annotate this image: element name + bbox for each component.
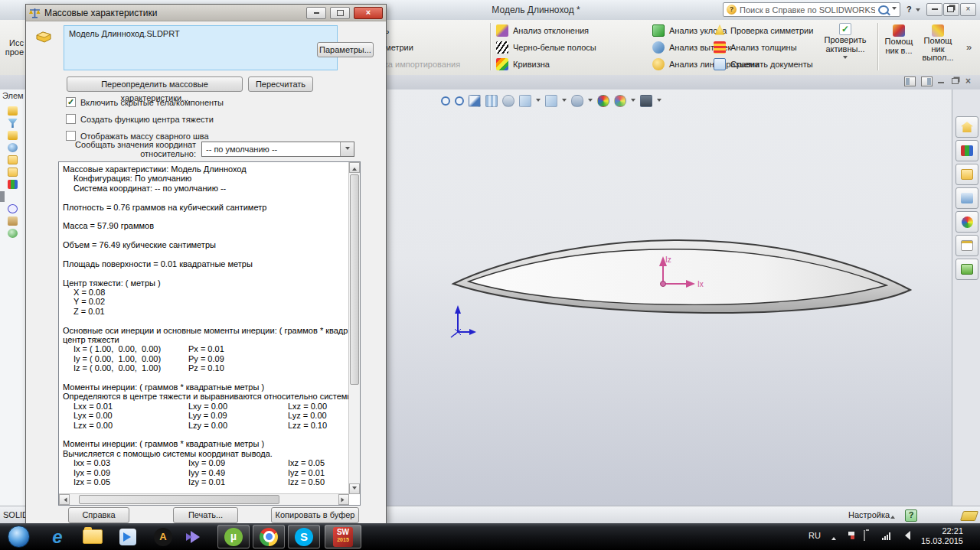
checkbox-include-hidden[interactable]: ✓ [66, 97, 76, 107]
magnify-wand-icon[interactable] [469, 95, 481, 107]
display-style-dropdown-icon[interactable] [536, 99, 541, 104]
origin-node-icon[interactable] [8, 204, 18, 213]
bodies-folder-icon[interactable] [8, 168, 18, 177]
apply-scene-icon[interactable] [614, 95, 626, 107]
tree-tab-partial[interactable]: Элем [0, 89, 25, 100]
coord-system-combo[interactable]: -- по умолчанию -- [201, 142, 354, 157]
view-settings-dropdown-icon[interactable] [657, 99, 662, 104]
status-help-chip[interactable]: ? [905, 509, 917, 522]
hide-show-items-icon[interactable] [571, 95, 583, 107]
tray-expand-icon[interactable] [831, 535, 836, 540]
taskbar-media-player[interactable] [112, 525, 144, 548]
scroll-down-button[interactable] [349, 483, 360, 494]
scroll-left-button[interactable] [59, 494, 70, 505]
hide-show-dropdown-icon[interactable] [588, 99, 593, 104]
thickness-analysis-icon[interactable] [714, 41, 726, 54]
taskbar-solidworks[interactable]: SW 2015 [325, 525, 361, 548]
taskpane-home-button[interactable] [956, 116, 978, 138]
scroll-up-button[interactable] [349, 162, 360, 173]
taskbar-ie[interactable]: e [41, 525, 74, 548]
zebra-stripes-icon[interactable] [496, 41, 508, 54]
tag-icon[interactable] [960, 511, 978, 521]
tray-clipboard-icon[interactable] [864, 530, 865, 541]
report-hscrollbar[interactable] [59, 493, 349, 505]
pane-toggle-left-button[interactable] [904, 76, 916, 86]
draft-analysis-icon[interactable] [652, 24, 665, 37]
close-button[interactable]: × [960, 3, 976, 16]
print-button[interactable]: Печать... [173, 507, 238, 523]
taskpane-built-in-libraries-button[interactable] [956, 259, 978, 280]
options-button[interactable]: Параметры... [317, 42, 374, 57]
tool-deviation-analysis[interactable]: Анализ отклонения [513, 26, 589, 35]
deviation-analysis-icon[interactable] [496, 24, 508, 37]
rotate-view-icon[interactable] [502, 95, 514, 107]
start-button[interactable] [8, 526, 30, 548]
material-icon[interactable] [8, 180, 18, 189]
section-view-icon[interactable] [485, 95, 498, 107]
tool-thickness-analysis[interactable]: Анализ толщины [730, 43, 797, 52]
plane-right-icon[interactable] [3, 191, 5, 202]
combo-arrow-button[interactable] [340, 142, 354, 156]
part-node-icon[interactable] [8, 106, 18, 116]
tool-compare-documents[interactable]: Сравнить документы [730, 60, 813, 69]
taskpane-view-palette-button[interactable] [956, 187, 978, 209]
dialog-maximize-button[interactable] [330, 7, 350, 19]
tool-zebra-stripes[interactable]: Черно-белые полосы [513, 43, 596, 52]
cm-partial-button[interactable]: Исс прое [0, 38, 24, 57]
dialog-titlebar[interactable]: Массовые характеристики × [26, 5, 386, 21]
tray-clock[interactable]: 22:21 15.03.2015 [917, 526, 963, 546]
view-settings-icon[interactable] [640, 95, 652, 107]
help-dropdown-icon[interactable] [916, 8, 920, 14]
recalculate-button[interactable]: Пересчитать [248, 76, 313, 92]
filter-icon[interactable] [8, 119, 18, 128]
document-name-box[interactable]: Модель Длинноход.SLDPRT [64, 25, 338, 70]
settings-arrow-icon[interactable] [890, 513, 895, 519]
curvature-icon[interactable] [496, 58, 508, 70]
vscroll-thumb[interactable] [350, 174, 359, 385]
restore-button[interactable] [943, 3, 959, 16]
taskbar-skype[interactable]: S [288, 525, 320, 548]
toolbar-overflow-button[interactable]: » [966, 41, 972, 53]
copy-to-clipboard-button[interactable]: Копировать в буфер [271, 507, 359, 523]
tool-helper-1[interactable]: Помощ ник в... [880, 24, 917, 55]
status-settings[interactable]: Настройка [848, 510, 890, 519]
hscroll-thumb[interactable] [79, 495, 279, 504]
undercut-analysis-icon[interactable] [652, 41, 665, 54]
history-folder-icon[interactable] [8, 143, 18, 152]
pane-toggle-right-button[interactable] [921, 76, 933, 86]
network-icon[interactable] [882, 532, 890, 540]
annotations-folder-icon[interactable] [8, 155, 18, 164]
taskpane-design-library-button[interactable] [956, 140, 978, 161]
help-dialog-button[interactable]: Справка [68, 507, 129, 523]
search-icon[interactable] [878, 5, 889, 15]
view-orientation-icon[interactable] [545, 95, 557, 107]
search-dropdown-icon[interactable] [892, 7, 897, 12]
override-mass-properties-button[interactable]: Переопределить массовые характеристики..… [67, 76, 243, 92]
taskpane-appearances-button[interactable] [956, 211, 978, 233]
feature-dome-icon[interactable] [8, 229, 18, 238]
part-root-icon[interactable] [8, 131, 18, 140]
taskpane-file-explorer-button[interactable] [956, 164, 978, 185]
tool-check-active[interactable]: ✓ Проверить активны... [816, 23, 874, 63]
dialog-minimize-button[interactable] [306, 7, 326, 19]
tool-helper-2[interactable]: Помощ ник выпол... [919, 24, 957, 62]
scroll-right-button[interactable] [338, 494, 349, 505]
doc-close-button[interactable]: × [965, 76, 971, 86]
edit-appearance-icon[interactable] [597, 95, 609, 107]
checkbox-create-com-feature[interactable] [66, 114, 76, 124]
apply-scene-dropdown-icon[interactable] [631, 99, 635, 104]
tool-symmetry-check[interactable]: Проверка симметрии [730, 26, 813, 35]
check-active-dropdown-icon[interactable] [843, 56, 848, 61]
dialog-close-button[interactable]: × [354, 7, 383, 19]
feature-boss-icon[interactable] [8, 216, 18, 226]
view-orientation-dropdown-icon[interactable] [562, 99, 567, 104]
zoom-area-icon[interactable] [455, 96, 464, 106]
taskbar-chrome[interactable] [253, 525, 285, 548]
zoom-fit-icon[interactable] [441, 96, 450, 106]
taskbar-kmplayer[interactable] [182, 525, 214, 548]
parting-line-analysis-icon[interactable] [652, 58, 665, 70]
taskbar-aimp[interactable]: A [147, 525, 179, 548]
help-button[interactable]: ? [906, 5, 912, 14]
tray-language[interactable]: RU [808, 531, 821, 540]
taskbar-explorer[interactable] [77, 525, 109, 548]
